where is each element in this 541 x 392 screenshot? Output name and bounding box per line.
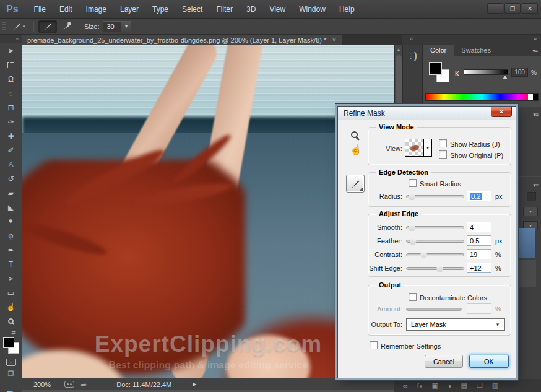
menu-item[interactable]: Layer bbox=[113, 0, 145, 19]
add-mask-icon[interactable]: ▣ bbox=[431, 381, 438, 390]
ok-button[interactable]: OK bbox=[469, 355, 509, 368]
contrast-slider[interactable] bbox=[406, 253, 464, 256]
smart-radius-checkbox[interactable] bbox=[409, 179, 417, 187]
adjustment-layer-icon[interactable]: ◑ bbox=[448, 382, 452, 390]
type-tool[interactable]: T bbox=[0, 257, 22, 271]
layer-group-icon[interactable]: ▤ bbox=[461, 381, 467, 390]
dodge-tool[interactable]: φ bbox=[0, 229, 22, 243]
decontaminate-colors-label[interactable]: Decontaminate Colors bbox=[420, 294, 487, 302]
k-channel-slider[interactable] bbox=[464, 69, 508, 75]
menu-item[interactable]: Help bbox=[332, 0, 361, 19]
dropdown-button[interactable]: ▾ bbox=[523, 207, 538, 216]
remember-settings-checkbox[interactable] bbox=[370, 341, 378, 349]
black-swatch[interactable] bbox=[533, 94, 538, 100]
smooth-slider[interactable] bbox=[406, 226, 464, 229]
selected-layer-row[interactable] bbox=[516, 228, 535, 258]
marquee-tool[interactable] bbox=[0, 58, 22, 72]
erase-refinements-tool-button[interactable] bbox=[57, 20, 76, 33]
scroll-up-icon[interactable]: ▲ bbox=[395, 45, 402, 51]
show-radius-checkbox[interactable] bbox=[439, 139, 447, 147]
share-icon[interactable]: ➦ bbox=[80, 380, 87, 389]
tab-color[interactable]: Color bbox=[423, 45, 454, 56]
menu-item[interactable]: Type bbox=[145, 0, 175, 19]
cancel-button[interactable]: Cancel bbox=[425, 355, 463, 368]
brush-size-dropdown[interactable]: 30 ▾ bbox=[103, 21, 131, 32]
new-layer-icon[interactable]: ❏ bbox=[477, 381, 483, 390]
foreground-color-swatch[interactable] bbox=[3, 337, 14, 348]
status-flyout-icon[interactable]: ▶ bbox=[193, 381, 196, 387]
hand-tool-icon[interactable]: ☝ bbox=[350, 144, 362, 155]
panel-menu-icon[interactable]: ▾≡ bbox=[529, 46, 541, 56]
menu-item[interactable]: Filter bbox=[209, 0, 240, 19]
healing-brush-tool[interactable]: ✚ bbox=[0, 129, 22, 143]
show-original-checkbox[interactable] bbox=[439, 150, 447, 159]
layer-row[interactable] bbox=[516, 260, 536, 287]
zoom-level-field[interactable]: 200% bbox=[33, 381, 51, 388]
close-button[interactable]: ✕ bbox=[522, 3, 538, 14]
dialog-close-button[interactable]: ✕ bbox=[491, 107, 512, 117]
screen-mode-button[interactable]: ❐ bbox=[0, 368, 22, 379]
shift-edge-slider[interactable] bbox=[406, 267, 464, 270]
white-swatch[interactable] bbox=[528, 94, 533, 100]
slider-thumb[interactable] bbox=[503, 76, 508, 79]
feather-slider[interactable] bbox=[406, 240, 464, 243]
menu-item[interactable]: 3D bbox=[240, 0, 262, 19]
output-to-dropdown[interactable]: Layer Mask ▼ bbox=[406, 318, 505, 331]
menu-item[interactable]: Window bbox=[292, 0, 332, 19]
smart-radius-label[interactable]: Smart Radius bbox=[420, 180, 461, 188]
move-tool[interactable]: ➤ bbox=[0, 43, 22, 58]
hand-tool[interactable]: ☝ bbox=[0, 300, 22, 314]
foreground-color-swatch[interactable] bbox=[429, 62, 442, 75]
refine-radius-brush-button[interactable] bbox=[346, 175, 365, 193]
show-original-label[interactable]: Show Original (P) bbox=[450, 152, 503, 159]
swap-colors-icon[interactable]: ⇄ bbox=[11, 329, 16, 336]
document-tab[interactable]: premade_background_25_underwater_by_fros… bbox=[22, 35, 342, 45]
remember-settings-label[interactable]: Remember Settings bbox=[381, 342, 441, 350]
eyedropper-tool[interactable]: ✑ bbox=[0, 115, 22, 129]
tools-collapse-arrow[interactable]: » bbox=[0, 35, 22, 43]
k-channel-value[interactable]: 100 bbox=[511, 68, 528, 77]
delete-layer-icon[interactable]: ▥ bbox=[492, 381, 498, 390]
blur-tool[interactable]: ♠ bbox=[0, 214, 22, 229]
tab-swatches[interactable]: Swatches bbox=[454, 45, 498, 56]
collapse-panels-icon[interactable]: « bbox=[410, 35, 413, 42]
rectangle-tool[interactable]: ▭ bbox=[0, 285, 22, 300]
menu-item[interactable]: View bbox=[262, 0, 292, 19]
menu-item[interactable]: Image bbox=[79, 0, 113, 19]
paint-bucket-tool[interactable]: ◣ bbox=[0, 200, 22, 214]
lasso-tool[interactable]: Ω bbox=[0, 72, 22, 86]
minimize-button[interactable]: — bbox=[487, 3, 503, 14]
view-mode-thumbnail[interactable] bbox=[405, 139, 424, 157]
refine-radius-tool-button[interactable] bbox=[38, 20, 57, 33]
chevron-down-icon[interactable]: ▾ bbox=[121, 21, 131, 32]
show-radius-label[interactable]: Show Radius (J) bbox=[450, 141, 500, 148]
panel-button[interactable] bbox=[527, 192, 536, 201]
link-layers-icon[interactable]: ∞ bbox=[403, 382, 408, 390]
contrast-field[interactable]: 19 bbox=[467, 249, 491, 259]
zoom-tool-icon[interactable] bbox=[351, 131, 358, 138]
brush-tool[interactable]: ✐ bbox=[0, 143, 22, 157]
zoom-tool[interactable] bbox=[0, 314, 22, 328]
clone-stamp-tool[interactable]: ♙ bbox=[0, 157, 22, 172]
quick-selection-tool[interactable]: ◌ bbox=[0, 86, 22, 100]
pen-tool[interactable]: ✒ bbox=[0, 243, 22, 257]
history-brush-tool[interactable]: ↺ bbox=[0, 172, 22, 186]
close-icon[interactable]: ✕ bbox=[332, 37, 337, 43]
crop-tool[interactable]: ⊡ bbox=[0, 100, 22, 115]
menu-item[interactable]: File bbox=[27, 0, 53, 19]
dialog-titlebar[interactable]: Refine Mask bbox=[338, 107, 516, 120]
quick-mask-button[interactable]: ◦ bbox=[0, 357, 22, 368]
swap-colors-control[interactable]: ⇄ bbox=[0, 328, 22, 337]
feather-field[interactable]: 0.5 bbox=[467, 235, 491, 246]
default-colors-icon[interactable] bbox=[6, 331, 9, 334]
view-mode-dropdown-arrow[interactable]: ▼ bbox=[424, 139, 432, 157]
shift-edge-field[interactable]: +12 bbox=[467, 263, 491, 273]
clone-source-panel-icon[interactable]: ⋮ ) bbox=[408, 51, 417, 61]
brush-size-value[interactable]: 30 bbox=[103, 21, 121, 32]
eraser-tool[interactable]: ▰ bbox=[0, 186, 22, 200]
preview-icon[interactable] bbox=[64, 381, 74, 388]
decontaminate-colors-checkbox[interactable] bbox=[409, 293, 417, 301]
color-spectrum-ramp[interactable] bbox=[425, 93, 539, 101]
smooth-field[interactable]: 4 bbox=[467, 222, 491, 232]
layer-effects-icon[interactable]: fx bbox=[417, 382, 423, 390]
